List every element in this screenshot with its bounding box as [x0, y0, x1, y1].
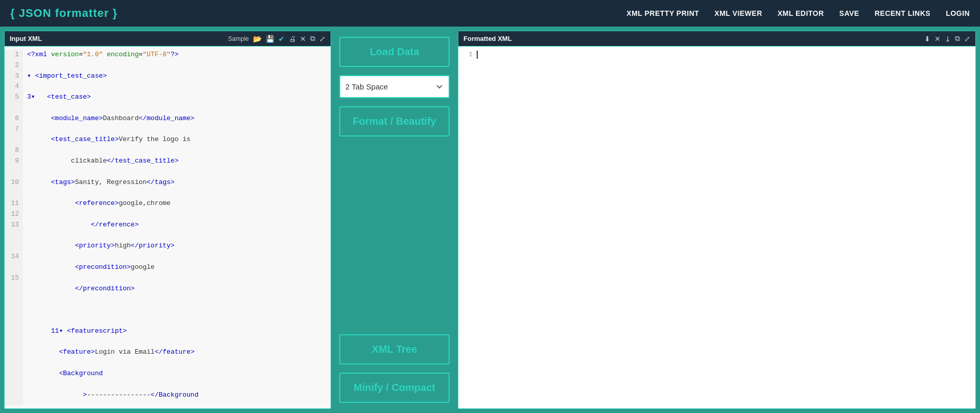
nav-link-save[interactable]: SAVE: [839, 9, 859, 17]
nav-item-xml-editor[interactable]: XML EDITOR: [778, 9, 824, 18]
nav-links: XML PRETTY PRINT XML VIEWER XML EDITOR S…: [626, 9, 970, 18]
copy-icon[interactable]: ⧉: [310, 34, 315, 43]
save-icon[interactable]: 💾: [266, 35, 274, 43]
input-xml-panel: Input XML Sample 📂 💾 ✔ 🖨 ✕ ⧉ ⤢ 1 2 3 4 5…: [4, 31, 331, 409]
controls-panel: Load Data 2 Tab Space 4 Tab Space Tab Fo…: [335, 31, 454, 409]
formatted-xml-output[interactable]: 1: [458, 47, 975, 408]
brand-logo: { JSON formatter }: [10, 7, 118, 20]
formatted-panel-header: Formatted XML ⬇ ✕ ⤓ ⧉ ⤢: [458, 31, 975, 47]
nav-link-recent-links[interactable]: RECENT LINKS: [875, 9, 930, 17]
main-content: Input XML Sample 📂 💾 ✔ 🖨 ✕ ⧉ ⤢ 1 2 3 4 5…: [0, 27, 980, 413]
cursor-position: [477, 50, 478, 405]
formatted-close-icon[interactable]: ✕: [935, 35, 941, 43]
close-icon[interactable]: ✕: [300, 35, 306, 43]
brand-text: { JSON formatter }: [10, 7, 118, 19]
minify-compact-button[interactable]: Minify / Compact: [339, 373, 450, 403]
xml-code-content[interactable]: <?xml version="1.0" encoding="UTF-8"?> ▾…: [23, 50, 331, 405]
xml-tree-button[interactable]: XML Tree: [339, 334, 450, 364]
line-numbers: 1 2 3 4 5 6 7 8 9 10 11 12 13 14: [5, 50, 23, 405]
formatted-copy-icon[interactable]: ⧉: [955, 34, 960, 43]
formatted-expand-icon[interactable]: ⤢: [964, 35, 970, 43]
formatted-line-number: 1: [461, 50, 477, 405]
formatted-xml-panel: Formatted XML ⬇ ✕ ⤓ ⧉ ⤢ 1: [458, 31, 976, 409]
format-beautify-button[interactable]: Format / Beautify: [339, 106, 450, 136]
input-panel-title: Input XML: [10, 35, 42, 42]
check-icon[interactable]: ✔: [278, 35, 285, 43]
navbar: { JSON formatter } XML PRETTY PRINT XML …: [0, 0, 980, 27]
text-cursor: [477, 51, 478, 59]
nav-item-xml-viewer[interactable]: XML VIEWER: [714, 9, 762, 18]
nav-item-xml-pretty-print[interactable]: XML PRETTY PRINT: [626, 9, 699, 18]
formatted-download-icon[interactable]: ⤓: [945, 35, 951, 43]
nav-link-login[interactable]: LOGIN: [946, 9, 970, 17]
nav-item-recent-links[interactable]: RECENT LINKS: [875, 9, 930, 18]
sample-label: Sample: [228, 35, 249, 42]
nav-link-xml-editor[interactable]: XML EDITOR: [778, 9, 824, 17]
input-xml-code-area[interactable]: 1 2 3 4 5 6 7 8 9 10 11 12 13 14: [5, 47, 331, 408]
nav-item-save[interactable]: SAVE: [839, 9, 859, 18]
formatted-panel-controls: ⬇ ✕ ⤓ ⧉ ⤢: [924, 34, 970, 43]
expand-icon[interactable]: ⤢: [319, 35, 325, 43]
load-data-button[interactable]: Load Data: [339, 37, 450, 67]
print-icon[interactable]: 🖨: [289, 35, 296, 43]
nav-link-xml-viewer[interactable]: XML VIEWER: [714, 9, 762, 17]
download-arrow-icon[interactable]: ⬇: [924, 35, 930, 43]
input-panel-controls: Sample 📂 💾 ✔ 🖨 ✕ ⧉ ⤢: [228, 34, 325, 43]
input-panel-header: Input XML Sample 📂 💾 ✔ 🖨 ✕ ⧉ ⤢: [5, 31, 331, 47]
tab-space-select[interactable]: 2 Tab Space 4 Tab Space Tab: [339, 75, 450, 98]
formatted-panel-title: Formatted XML: [463, 35, 512, 42]
nav-link-xml-pretty-print[interactable]: XML PRETTY PRINT: [626, 9, 699, 17]
folder-open-icon[interactable]: 📂: [253, 35, 262, 43]
nav-item-login[interactable]: LOGIN: [946, 9, 970, 18]
